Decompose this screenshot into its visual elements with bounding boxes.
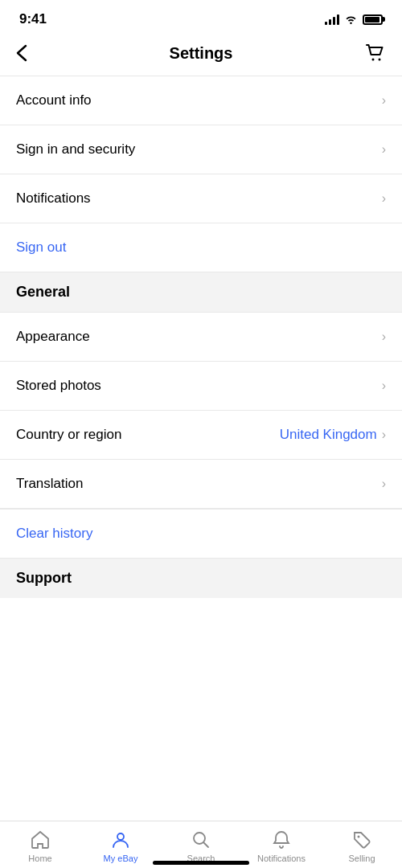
appearance-label: Appearance — [16, 329, 90, 345]
appearance-right: › — [382, 330, 386, 344]
signal-icon — [325, 14, 339, 25]
battery-icon — [363, 14, 383, 25]
nav-selling-label: Selling — [348, 854, 375, 863]
sign-in-security-item[interactable]: Sign in and security › — [0, 125, 402, 174]
notifications-item[interactable]: Notifications › — [0, 174, 402, 223]
clear-history-label: Clear history — [16, 526, 92, 541]
page-title: Settings — [170, 44, 233, 63]
header: Settings — [0, 34, 402, 76]
back-button[interactable] — [16, 44, 45, 62]
general-section-header: General — [0, 272, 402, 313]
account-section: Account info › Sign in and security › No… — [0, 76, 402, 272]
svg-point-4 — [358, 836, 360, 838]
chevron-right-icon: › — [382, 330, 386, 344]
translation-right: › — [382, 477, 386, 491]
appearance-item[interactable]: Appearance › — [0, 313, 402, 362]
status-time: 9:41 — [19, 11, 47, 27]
translation-label: Translation — [16, 476, 83, 492]
stored-photos-right: › — [382, 379, 386, 393]
sign-out-item[interactable]: Sign out — [0, 223, 402, 272]
wifi-icon — [344, 14, 358, 25]
person-icon — [110, 829, 131, 850]
account-info-right: › — [382, 93, 386, 108]
notifications-right: › — [382, 191, 386, 206]
svg-point-2 — [117, 833, 124, 840]
country-region-value: United Kingdom — [280, 427, 377, 443]
nav-search[interactable]: Search — [161, 829, 241, 863]
nav-selling[interactable]: Selling — [322, 829, 402, 863]
home-icon — [30, 829, 51, 850]
nav-my-ebay[interactable]: My eBay — [80, 829, 161, 863]
nav-home[interactable]: Home — [0, 829, 80, 863]
nav-notifications-label: Notifications — [257, 854, 306, 863]
bottom-nav: Home My eBay Search Notifications Sellin… — [0, 821, 402, 868]
status-bar: 9:41 — [0, 0, 402, 34]
support-section-header: Support — [0, 558, 402, 598]
translation-item[interactable]: Translation › — [0, 460, 402, 509]
sign-in-security-right: › — [382, 142, 386, 157]
nav-home-label: Home — [28, 854, 51, 863]
country-region-item[interactable]: Country or region United Kingdom › — [0, 411, 402, 460]
cart-button[interactable] — [357, 42, 386, 64]
account-info-label: Account info — [16, 92, 92, 108]
clear-history-item[interactable]: Clear history — [0, 509, 402, 558]
general-section: Appearance › Stored photos › Country or … — [0, 313, 402, 558]
bell-icon — [271, 829, 292, 850]
status-icons — [325, 14, 383, 25]
account-info-item[interactable]: Account info › — [0, 76, 402, 125]
tag-icon — [351, 829, 372, 850]
chevron-right-icon: › — [382, 477, 386, 491]
search-icon — [191, 829, 211, 850]
nav-my-ebay-label: My eBay — [104, 854, 138, 863]
svg-point-1 — [379, 59, 381, 61]
nav-search-label: Search — [187, 854, 215, 863]
chevron-right-icon: › — [382, 93, 386, 108]
chevron-right-icon: › — [382, 379, 386, 393]
general-section-title: General — [16, 284, 70, 300]
stored-photos-label: Stored photos — [16, 378, 101, 394]
nav-notifications[interactable]: Notifications — [241, 829, 322, 863]
notifications-label: Notifications — [16, 190, 91, 207]
country-region-right: United Kingdom › — [280, 427, 386, 443]
chevron-right-icon: › — [382, 142, 386, 157]
stored-photos-item[interactable]: Stored photos › — [0, 362, 402, 411]
country-region-label: Country or region — [16, 427, 121, 443]
support-section-title: Support — [16, 570, 72, 586]
chevron-right-icon: › — [382, 428, 386, 442]
sign-in-security-label: Sign in and security — [16, 141, 135, 158]
chevron-right-icon: › — [382, 191, 386, 206]
svg-point-0 — [372, 59, 375, 61]
sign-out-label: Sign out — [16, 240, 66, 255]
